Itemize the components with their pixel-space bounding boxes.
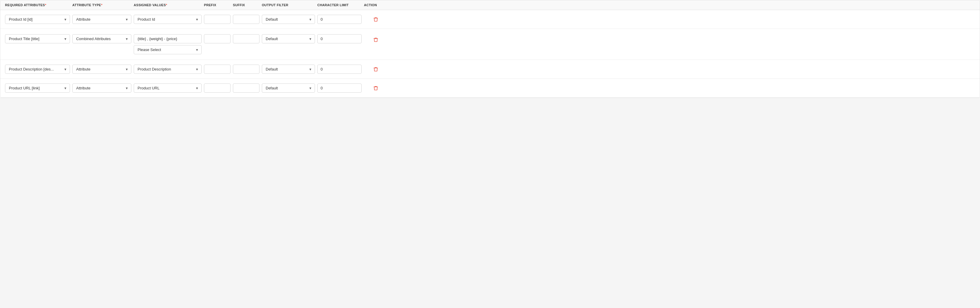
- char-limit-input-1[interactable]: [317, 15, 361, 24]
- char-limit-col-4: [317, 84, 361, 93]
- required-attr-select-wrapper-3: Product Description [des... ▼: [5, 65, 70, 74]
- header-suffix: SUFFIX: [233, 3, 259, 7]
- required-attr-select-wrapper-2: Product Title [title] ▼: [5, 34, 70, 43]
- assigned-value-select-1[interactable]: Product Id: [134, 15, 202, 24]
- suffix-col-3: [233, 65, 259, 74]
- attribute-type-select-2[interactable]: Attribute Combined Attributes: [72, 34, 131, 43]
- required-attr-select-wrapper-1: Product Id [id] ▼: [5, 15, 70, 24]
- attribute-type-select-3[interactable]: Attribute Combined Attributes: [72, 65, 131, 74]
- prefix-input-3[interactable]: [204, 65, 231, 74]
- required-attr-select-2[interactable]: Product Title [title]: [5, 34, 70, 43]
- table-row: Product Description [des... ▼ Attribute …: [0, 60, 980, 79]
- delete-button-2[interactable]: [371, 36, 381, 44]
- required-attr-col-1: Product Id [id] ▼: [5, 15, 70, 24]
- assigned-value-col-1: Product Id ▼: [134, 15, 202, 24]
- delete-button-1[interactable]: [371, 16, 381, 23]
- header-attribute-type: ATTRIBUTE TYPE*: [72, 3, 131, 7]
- prefix-input-1[interactable]: [204, 15, 231, 24]
- required-attr-col-2: Product Title [title] ▼: [5, 34, 70, 43]
- table-row: Product Title [title] ▼ Attribute Combin…: [0, 29, 980, 60]
- assigned-value-select-4[interactable]: Product URL: [134, 84, 202, 93]
- output-filter-select-wrapper-3: Default Lowercase Uppercase Capitalize ▼: [262, 65, 315, 74]
- suffix-input-4[interactable]: [233, 84, 259, 93]
- output-filter-col-1: Default Lowercase Uppercase Capitalize ▼: [262, 15, 315, 24]
- suffix-input-2[interactable]: [233, 34, 259, 43]
- trash-icon: [373, 17, 379, 22]
- combined-text-display: {title} , {weight} - {price}: [134, 34, 202, 43]
- output-filter-select-2[interactable]: Default Lowercase Uppercase Capitalize: [262, 34, 315, 43]
- please-select-wrapper: Please Select ▼: [134, 45, 202, 54]
- char-limit-col-1: [317, 15, 361, 24]
- required-attr-select-1[interactable]: Product Id [id]: [5, 15, 70, 24]
- suffix-input-3[interactable]: [233, 65, 259, 74]
- required-attr-select-3[interactable]: Product Description [des...: [5, 65, 70, 74]
- assigned-value-col-3: Product Description ▼: [134, 65, 202, 74]
- char-limit-input-2[interactable]: [317, 34, 361, 43]
- trash-icon: [373, 37, 379, 43]
- trash-icon: [373, 67, 379, 72]
- char-limit-input-3[interactable]: [317, 65, 361, 74]
- assigned-value-select-3[interactable]: Product Description: [134, 65, 202, 74]
- required-attr-col-3: Product Description [des... ▼: [5, 65, 70, 74]
- prefix-col-1: [204, 15, 231, 24]
- assigned-value-col-2: {title} , {weight} - {price} Please Sele…: [134, 34, 202, 54]
- attribute-type-select-wrapper-4: Attribute Combined Attributes ▼: [72, 84, 131, 93]
- char-limit-col-3: [317, 65, 361, 74]
- trash-icon: [373, 86, 379, 91]
- output-filter-select-4[interactable]: Default Lowercase Uppercase Capitalize: [262, 84, 315, 93]
- attribute-type-col-1: Attribute Combined Attributes ▼: [72, 15, 131, 24]
- action-col-2: [364, 34, 388, 44]
- header-character-limit: CHARACTER LIMIT: [317, 3, 361, 7]
- assigned-value-select-wrapper-4: Product URL ▼: [134, 84, 202, 93]
- output-filter-select-wrapper-4: Default Lowercase Uppercase Capitalize ▼: [262, 84, 315, 93]
- attribute-type-col-2: Attribute Combined Attributes ▼: [72, 34, 131, 43]
- assigned-value-select-wrapper-3: Product Description ▼: [134, 65, 202, 74]
- prefix-input-4[interactable]: [204, 84, 231, 93]
- output-filter-col-3: Default Lowercase Uppercase Capitalize ▼: [262, 65, 315, 74]
- required-attr-select-wrapper-4: Product URL [link] ▼: [5, 84, 70, 93]
- required-attr-select-4[interactable]: Product URL [link]: [5, 84, 70, 93]
- header-assigned-values: ASSIGNED VALUES*: [134, 3, 202, 7]
- table-row: Product URL [link] ▼ Attribute Combined …: [0, 79, 980, 98]
- suffix-col-1: [233, 15, 259, 24]
- assigned-value-select-wrapper-1: Product Id ▼: [134, 15, 202, 24]
- attributes-table: REQUIRED ATTRIBUTES* ATTRIBUTE TYPE* ASS…: [0, 0, 980, 98]
- please-select-dropdown[interactable]: Please Select: [134, 45, 202, 54]
- output-filter-select-wrapper-1: Default Lowercase Uppercase Capitalize ▼: [262, 15, 315, 24]
- header-action: ACTION: [364, 3, 388, 7]
- output-filter-col-4: Default Lowercase Uppercase Capitalize ▼: [262, 84, 315, 93]
- header-required-attributes: REQUIRED ATTRIBUTES*: [5, 3, 70, 7]
- required-attr-col-4: Product URL [link] ▼: [5, 84, 70, 93]
- attribute-type-select-wrapper-2: Attribute Combined Attributes ▼: [72, 34, 131, 43]
- suffix-col-4: [233, 84, 259, 93]
- attribute-type-select-4[interactable]: Attribute Combined Attributes: [72, 84, 131, 93]
- suffix-input-1[interactable]: [233, 15, 259, 24]
- attribute-type-col-3: Attribute Combined Attributes ▼: [72, 65, 131, 74]
- action-col-1: [364, 16, 388, 23]
- attribute-type-select-1[interactable]: Attribute Combined Attributes: [72, 15, 131, 24]
- prefix-col-3: [204, 65, 231, 74]
- char-limit-input-4[interactable]: [317, 84, 361, 93]
- prefix-col-2: [204, 34, 231, 43]
- attribute-type-select-wrapper-1: Attribute Combined Attributes ▼: [72, 15, 131, 24]
- assigned-value-col-4: Product URL ▼: [134, 84, 202, 93]
- delete-button-4[interactable]: [371, 84, 381, 92]
- header-output-filter: OUTPUT FILTER: [262, 3, 315, 7]
- output-filter-select-3[interactable]: Default Lowercase Uppercase Capitalize: [262, 65, 315, 74]
- header-prefix: PREFIX: [204, 3, 231, 7]
- action-col-4: [364, 84, 388, 92]
- action-col-3: [364, 65, 388, 73]
- char-limit-col-2: [317, 34, 361, 43]
- table-header: REQUIRED ATTRIBUTES* ATTRIBUTE TYPE* ASS…: [0, 0, 980, 10]
- table-row: Product Id [id] ▼ Attribute Combined Att…: [0, 10, 980, 29]
- delete-button-3[interactable]: [371, 65, 381, 73]
- attribute-type-col-4: Attribute Combined Attributes ▼: [72, 84, 131, 93]
- prefix-col-4: [204, 84, 231, 93]
- suffix-col-2: [233, 34, 259, 43]
- attribute-type-select-wrapper-3: Attribute Combined Attributes ▼: [72, 65, 131, 74]
- prefix-input-2[interactable]: [204, 34, 231, 43]
- output-filter-col-2: Default Lowercase Uppercase Capitalize ▼: [262, 34, 315, 43]
- output-filter-select-1[interactable]: Default Lowercase Uppercase Capitalize: [262, 15, 315, 24]
- output-filter-select-wrapper-2: Default Lowercase Uppercase Capitalize ▼: [262, 34, 315, 43]
